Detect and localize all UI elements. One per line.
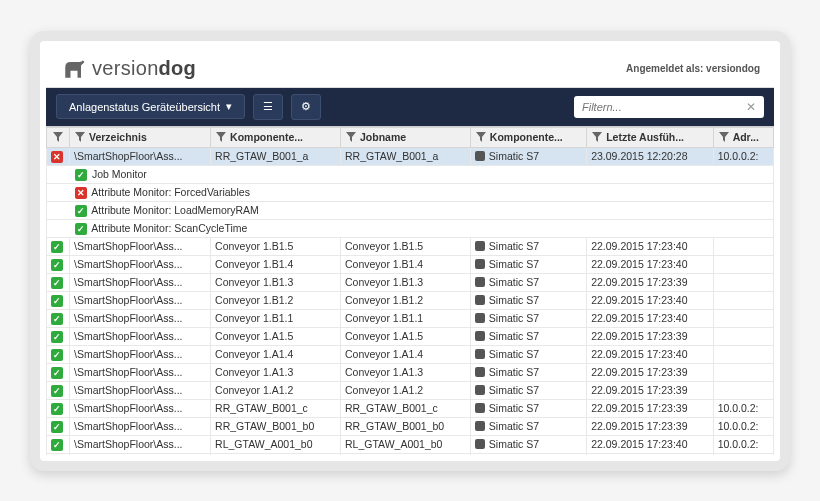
column-label: Komponente... bbox=[230, 131, 303, 143]
cell-jobname: RR_GTAW_B001_b0 bbox=[340, 417, 470, 435]
status-cell: ✓ bbox=[47, 381, 70, 399]
detail-row[interactable]: ✕ Attribute Monitor: ForcedVariables bbox=[47, 183, 774, 201]
cell-letzte: 22.09.2015 17:23:40 bbox=[587, 435, 713, 453]
cell-letzte: 22.09.2015 17:23:40 bbox=[587, 309, 713, 327]
cell-adr bbox=[713, 309, 773, 327]
status-ok-icon: ✓ bbox=[51, 403, 63, 415]
table-row[interactable]: ✓\SmartShopFloor\Ass...RR_GTAW_B001_b0RR… bbox=[47, 417, 774, 435]
status-ok-icon: ✓ bbox=[51, 277, 63, 289]
dog-icon bbox=[60, 55, 88, 83]
cell-jobname: Conveyor 1.A1.4 bbox=[340, 345, 470, 363]
cell-jobname: RR_GTAW_B001_c bbox=[340, 399, 470, 417]
plc-icon bbox=[475, 277, 485, 287]
cell-letzte: 22.09.2015 17:23:40 bbox=[587, 255, 713, 273]
column-header-komponente2[interactable]: Komponente... bbox=[470, 127, 586, 147]
logo-text-light: version bbox=[92, 57, 159, 79]
column-header-verzeichnis[interactable]: Verzeichnis bbox=[70, 127, 211, 147]
table-row[interactable]: ✓\SmartShopFloor\Ass...RL_GTAW_A001_b0RL… bbox=[47, 435, 774, 453]
column-header-komponente1[interactable]: Komponente... bbox=[211, 127, 341, 147]
filter-icon[interactable] bbox=[718, 131, 730, 143]
column-label: Verzeichnis bbox=[89, 131, 147, 143]
status-cell: ✓ bbox=[47, 237, 70, 255]
status-ok-icon: ✓ bbox=[51, 313, 63, 325]
cell-jobname: Conveyor 1.B1.5 bbox=[340, 237, 470, 255]
filter-icon[interactable] bbox=[215, 131, 227, 143]
cell-letzte: 22.09.2015 17:23:39 bbox=[587, 453, 713, 455]
filter-icon[interactable] bbox=[345, 131, 357, 143]
cell-letzte: 23.09.2015 12:20:28 bbox=[587, 147, 713, 165]
status-cell: ✓ bbox=[47, 327, 70, 345]
table-row[interactable]: ✕\SmartShopFloor\Ass...RR_GTAW_B001_aRR_… bbox=[47, 147, 774, 165]
cell-adr bbox=[713, 363, 773, 381]
table-row[interactable]: ✓\SmartShopFloor\Ass...RL_GTAW_A001_aRL_… bbox=[47, 453, 774, 455]
cell-komponente2: Simatic S7 bbox=[470, 327, 586, 345]
column-header-adr[interactable]: Adr... bbox=[713, 127, 773, 147]
detail-row[interactable]: ✓ Job Monitor bbox=[47, 165, 774, 183]
filter-icon[interactable] bbox=[52, 131, 64, 143]
cell-letzte: 22.09.2015 17:23:39 bbox=[587, 399, 713, 417]
cell-komponente1: Conveyor 1.B1.1 bbox=[211, 309, 341, 327]
cell-komponente1: RR_GTAW_B001_a bbox=[211, 147, 341, 165]
plc-icon bbox=[475, 313, 485, 323]
cell-jobname: Conveyor 1.B1.1 bbox=[340, 309, 470, 327]
cell-komponente1: Conveyor 1.B1.2 bbox=[211, 291, 341, 309]
cell-komponente1: Conveyor 1.B1.3 bbox=[211, 273, 341, 291]
status-ok-icon: ✓ bbox=[51, 385, 63, 397]
cell-komponente1: RR_GTAW_B001_b0 bbox=[211, 417, 341, 435]
table-row[interactable]: ✓\SmartShopFloor\Ass...Conveyor 1.A1.3Co… bbox=[47, 363, 774, 381]
menu-button[interactable]: ☰ bbox=[253, 94, 283, 120]
status-cell: ✓ bbox=[47, 309, 70, 327]
cell-verzeichnis: \SmartShopFloor\Ass... bbox=[70, 273, 211, 291]
table-row[interactable]: ✓\SmartShopFloor\Ass...Conveyor 1.B1.5Co… bbox=[47, 237, 774, 255]
cell-adr bbox=[713, 237, 773, 255]
plc-icon bbox=[475, 385, 485, 395]
column-header-jobname[interactable]: Jobname bbox=[340, 127, 470, 147]
cell-komponente1: RL_GTAW_A001_b0 bbox=[211, 435, 341, 453]
cell-adr bbox=[713, 291, 773, 309]
cell-jobname: RL_GTAW_A001_a bbox=[340, 453, 470, 455]
table-row[interactable]: ✓\SmartShopFloor\Ass...Conveyor 1.A1.4Co… bbox=[47, 345, 774, 363]
table-row[interactable]: ✓\SmartShopFloor\Ass...Conveyor 1.B1.4Co… bbox=[47, 255, 774, 273]
table-row[interactable]: ✓\SmartShopFloor\Ass...Conveyor 1.B1.1Co… bbox=[47, 309, 774, 327]
column-header-check[interactable] bbox=[47, 127, 70, 147]
column-label: Komponente... bbox=[490, 131, 563, 143]
status-ok-icon: ✓ bbox=[51, 439, 63, 451]
cell-verzeichnis: \SmartShopFloor\Ass... bbox=[70, 291, 211, 309]
detail-label: Attribute Monitor: ScanCycleTime bbox=[91, 222, 247, 234]
cell-komponente2: Simatic S7 bbox=[470, 435, 586, 453]
filter-input[interactable] bbox=[582, 101, 746, 113]
plc-icon bbox=[475, 439, 485, 449]
view-dropdown[interactable]: Anlagenstatus Geräteübersicht ▾ bbox=[56, 94, 245, 119]
cell-adr bbox=[713, 273, 773, 291]
table-row[interactable]: ✓\SmartShopFloor\Ass...Conveyor 1.A1.2Co… bbox=[47, 381, 774, 399]
status-ok-icon: ✓ bbox=[51, 349, 63, 361]
table-row[interactable]: ✓\SmartShopFloor\Ass...RR_GTAW_B001_cRR_… bbox=[47, 399, 774, 417]
cell-verzeichnis: \SmartShopFloor\Ass... bbox=[70, 399, 211, 417]
plc-icon bbox=[475, 331, 485, 341]
status-cell: ✓ bbox=[47, 255, 70, 273]
filter-icon[interactable] bbox=[591, 131, 603, 143]
menu-icon: ☰ bbox=[263, 100, 273, 113]
cell-verzeichnis: \SmartShopFloor\Ass... bbox=[70, 237, 211, 255]
filter-box[interactable]: ✕ bbox=[574, 96, 764, 118]
detail-cell: ✓ Attribute Monitor: LoadMemoryRAM bbox=[47, 201, 774, 219]
cell-verzeichnis: \SmartShopFloor\Ass... bbox=[70, 381, 211, 399]
detail-row[interactable]: ✓ Attribute Monitor: ScanCycleTime bbox=[47, 219, 774, 237]
filter-icon[interactable] bbox=[475, 131, 487, 143]
table-row[interactable]: ✓\SmartShopFloor\Ass...Conveyor 1.A1.5Co… bbox=[47, 327, 774, 345]
table-container[interactable]: VerzeichnisKomponente...JobnameKomponent… bbox=[46, 126, 774, 455]
table-body: ✕\SmartShopFloor\Ass...RR_GTAW_B001_aRR_… bbox=[47, 147, 774, 455]
column-header-letzte[interactable]: Letzte Ausfüh... bbox=[587, 127, 713, 147]
clear-filter-icon[interactable]: ✕ bbox=[746, 100, 756, 114]
cell-komponente2: Simatic S7 bbox=[470, 381, 586, 399]
detail-cell: ✓ Attribute Monitor: ScanCycleTime bbox=[47, 219, 774, 237]
filter-icon[interactable] bbox=[74, 131, 86, 143]
table-row[interactable]: ✓\SmartShopFloor\Ass...Conveyor 1.B1.3Co… bbox=[47, 273, 774, 291]
table-row[interactable]: ✓\SmartShopFloor\Ass...Conveyor 1.B1.2Co… bbox=[47, 291, 774, 309]
detail-row[interactable]: ✓ Attribute Monitor: LoadMemoryRAM bbox=[47, 201, 774, 219]
status-cell: ✕ bbox=[47, 147, 70, 165]
app-window: versiondog Angemeldet als: versiondog An… bbox=[30, 31, 790, 471]
cell-komponente1: RL_GTAW_A001_a bbox=[211, 453, 341, 455]
settings-button[interactable]: ⚙ bbox=[291, 94, 321, 120]
table-header: VerzeichnisKomponente...JobnameKomponent… bbox=[47, 127, 774, 147]
